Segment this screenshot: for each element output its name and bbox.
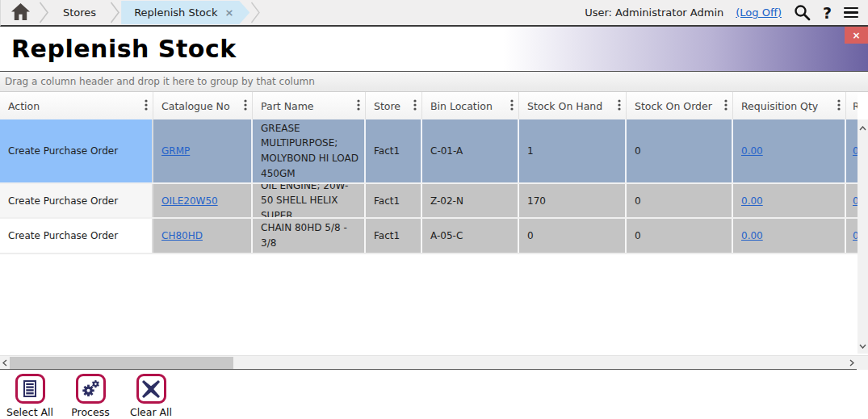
- cell-catalogue-no: GRMP: [153, 119, 253, 182]
- search-icon[interactable]: [794, 4, 811, 21]
- cell-action: Create Purchase Order: [0, 219, 153, 253]
- scroll-up-icon[interactable]: [859, 122, 866, 133]
- process-label: Process: [71, 406, 109, 418]
- cell-clipped: 0.00: [846, 184, 858, 217]
- grid-header-row: Action Catalogue No Part Name Store Bin …: [0, 92, 858, 119]
- cell-action: Create Purchase Order: [0, 119, 153, 182]
- select-all-label: Select All: [6, 406, 53, 418]
- cell-requisition-qty: 0.00: [733, 219, 846, 253]
- scrollbar-corner: [857, 356, 868, 370]
- scroll-right-icon[interactable]: [847, 359, 857, 367]
- cell-bin-location: Z-02-N: [422, 184, 519, 217]
- replenish-stock-grid: Action Catalogue No Part Name Store Bin …: [0, 92, 868, 355]
- tab-replenish-stock-label: Replenish Stock: [134, 6, 217, 19]
- action-toolbar: Select All: [0, 369, 868, 419]
- cell-requisition-qty: 0.00: [733, 119, 846, 182]
- cell-catalogue-no: CH80HD: [153, 219, 253, 253]
- vertical-scrollbar[interactable]: [858, 119, 868, 354]
- menu-icon[interactable]: [844, 7, 858, 19]
- column-menu-icon[interactable]: [357, 99, 360, 113]
- cell-clipped: 0.00: [846, 119, 858, 182]
- table-row[interactable]: Create Purchase Order CH80HD CHAIN 80HD …: [0, 219, 858, 254]
- cell-stock-on-order: 0: [627, 119, 733, 182]
- select-all-button[interactable]: Select All: [3, 374, 57, 418]
- log-off-link[interactable]: (Log Off): [736, 6, 782, 19]
- process-gears-icon: [76, 374, 106, 404]
- cell-part-name: GREASE MULTIPURPOSE; MOLYBOND HI LOAD 45…: [253, 119, 366, 182]
- page-title: Replenish Stock: [0, 35, 237, 63]
- group-by-drop-zone[interactable]: Drag a column header and drop it here to…: [0, 71, 868, 92]
- scroll-left-icon[interactable]: [0, 359, 10, 367]
- tab-stores[interactable]: Stores: [50, 6, 109, 19]
- tab-replenish-stock[interactable]: Replenish Stock ×: [121, 1, 249, 24]
- column-menu-icon[interactable]: [724, 99, 728, 113]
- horizontal-scroll-track[interactable]: [10, 356, 847, 370]
- column-menu-icon[interactable]: [244, 99, 247, 113]
- catalogue-no-link[interactable]: GRMP: [161, 144, 190, 158]
- cell-stock-on-hand: 0: [519, 219, 627, 253]
- scroll-down-icon[interactable]: [859, 340, 866, 351]
- home-icon: [10, 2, 31, 23]
- cell-bin-location: C-01-A: [422, 119, 519, 182]
- clear-all-button[interactable]: Clear All: [124, 374, 178, 418]
- select-all-icon: [15, 374, 45, 404]
- column-header-bin-location[interactable]: Bin Location: [422, 92, 519, 119]
- requisition-qty-link[interactable]: 0.00: [741, 228, 763, 243]
- cell-action: Create Purchase Order: [0, 184, 153, 217]
- home-tab[interactable]: [3, 2, 38, 23]
- column-menu-icon[interactable]: [510, 99, 514, 113]
- title-band: Replenish Stock ×: [0, 27, 868, 71]
- catalogue-no-link[interactable]: CH80HD: [161, 228, 203, 243]
- column-header-stock-on-order[interactable]: Stock On Order: [627, 92, 733, 119]
- column-header-action[interactable]: Action: [0, 92, 153, 119]
- user-label: User: Administrator Admin: [585, 6, 723, 19]
- catalogue-no-link[interactable]: OILE20W50: [161, 194, 218, 208]
- cell-store: Fact1: [366, 119, 422, 182]
- horizontal-scrollbar[interactable]: [0, 355, 868, 369]
- cell-catalogue-no: OILE20W50: [153, 184, 253, 217]
- group-by-hint: Drag a column header and drop it here to…: [5, 76, 315, 87]
- column-menu-icon[interactable]: [413, 99, 417, 113]
- clear-all-icon: [136, 374, 166, 404]
- column-header-part-name[interactable]: Part Name: [253, 92, 366, 119]
- table-row[interactable]: Create Purchase Order GRMP GREASE MULTIP…: [0, 119, 858, 184]
- horizontal-scroll-thumb[interactable]: [10, 357, 233, 369]
- breadcrumb-bar: Stores Replenish Stock × User: Administr…: [0, 0, 868, 27]
- breadcrumb-chevron-icon: [250, 2, 261, 23]
- column-header-requisition-qty[interactable]: Requisition Qty: [733, 92, 846, 119]
- breadcrumb-chevron-icon: [39, 2, 49, 23]
- column-menu-icon[interactable]: [618, 99, 621, 113]
- cell-clipped: 0.00: [846, 219, 858, 253]
- clear-all-label: Clear All: [130, 406, 172, 418]
- tab-close-icon[interactable]: ×: [224, 6, 233, 19]
- cell-stock-on-hand: 170: [519, 184, 627, 217]
- column-menu-icon[interactable]: [145, 99, 148, 113]
- cell-stock-on-order: 0: [627, 219, 733, 253]
- column-header-store[interactable]: Store: [366, 92, 422, 119]
- requisition-qty-link[interactable]: 0.00: [741, 194, 763, 208]
- cell-stock-on-order: 0: [627, 184, 733, 217]
- requisition-qty-link[interactable]: 0.00: [741, 144, 763, 158]
- cell-bin-location: A-05-C: [422, 219, 519, 253]
- column-header-catalogue-no[interactable]: Catalogue No: [153, 92, 253, 119]
- tab-stores-label: Stores: [63, 6, 96, 19]
- cell-part-name: CHAIN 80HD 5/8 - 3/8: [253, 219, 366, 253]
- cell-store: Fact1: [366, 184, 422, 217]
- cell-stock-on-hand: 1: [519, 119, 627, 182]
- close-page-button[interactable]: ×: [845, 27, 868, 44]
- column-header-clipped[interactable]: R: [846, 92, 858, 119]
- breadcrumb-chevron-icon: [110, 2, 120, 23]
- help-icon[interactable]: ?: [823, 4, 832, 22]
- table-row[interactable]: Create Purchase Order OILE20W50 OIL ENGI…: [0, 184, 858, 219]
- column-header-stock-on-hand[interactable]: Stock On Hand: [519, 92, 627, 119]
- cell-part-name: OIL ENGINE; 20W-50 SHELL HELIX SUPER: [253, 184, 366, 217]
- topbar-right-group: User: Administrator Admin (Log Off) ?: [585, 4, 868, 22]
- process-button[interactable]: Process: [64, 374, 117, 418]
- cell-store: Fact1: [366, 219, 422, 253]
- cell-requisition-qty: 0.00: [733, 184, 846, 217]
- column-menu-icon[interactable]: [837, 99, 841, 113]
